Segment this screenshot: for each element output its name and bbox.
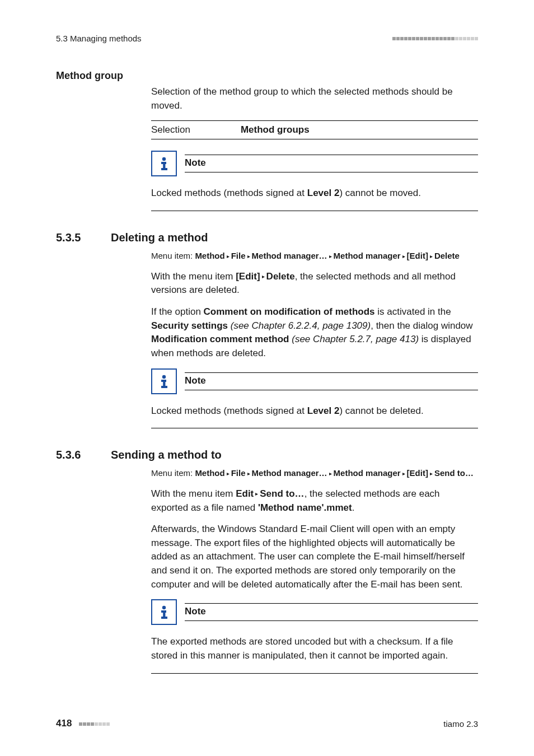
svg-rect-3 [161,168,167,170]
section-title: Sending a method to [111,449,222,461]
product-name: tiamo 2.3 [443,719,478,729]
svg-point-8 [162,606,166,609]
note-box: Note Locked methods (methods signed at L… [151,151,478,211]
header-ornament [392,37,478,40]
subheading-method-group: Method group [56,70,478,82]
para-536-2: Afterwards, the Windows Standard E-mail … [151,522,478,591]
note-box: Note The exported methods are stored unc… [151,599,478,673]
section-breadcrumb: 5.3 Managing methods [56,34,142,43]
footer-ornament [79,722,110,726]
footer-left: 418 [56,718,110,729]
page-number: 418 [56,718,72,729]
para-535-2: If the option Comment on modification of… [151,305,478,361]
note-title: Note [185,375,206,386]
section-5-3-5: 5.3.5 Deleting a method [56,231,478,244]
section-number: 5.3.6 [56,449,95,461]
info-icon [151,151,177,176]
svg-point-0 [162,157,166,161]
note-box: Note Locked methods (methods signed at L… [151,368,478,429]
selection-value: Method groups [241,124,310,136]
menu-path-535: Menu item: Method▸File▸Method manager…▸M… [151,250,478,262]
info-icon [151,368,177,394]
svg-rect-11 [161,617,167,619]
selection-label: Selection [151,124,190,136]
page-header: 5.3 Managing methods [56,34,478,43]
note-title: Note [185,157,206,168]
selection-row: Selection Method groups [151,120,478,139]
note-body: Locked methods (methods signed at Level … [151,186,478,200]
section-5-3-6: 5.3.6 Sending a method to [56,449,478,461]
para-535-1: With the menu item [Edit]▸Delete, the se… [151,270,478,297]
section-title: Deleting a method [111,231,208,244]
note-title: Note [185,606,206,617]
para-536-1: With the menu item Edit▸Send to…, the se… [151,487,478,515]
menu-path-536: Menu item: Method▸File▸Method manager…▸M… [151,467,478,479]
svg-rect-7 [161,386,167,388]
note-body: The exported methods are stored uncoded … [151,635,478,662]
svg-point-4 [162,375,166,378]
note-body: Locked methods (methods signed at Level … [151,404,478,418]
info-icon [151,599,177,625]
page-footer: 418 tiamo 2.3 [56,718,478,729]
method-group-desc: Selection of the method group to which t… [151,85,478,113]
section-number: 5.3.5 [56,231,95,244]
